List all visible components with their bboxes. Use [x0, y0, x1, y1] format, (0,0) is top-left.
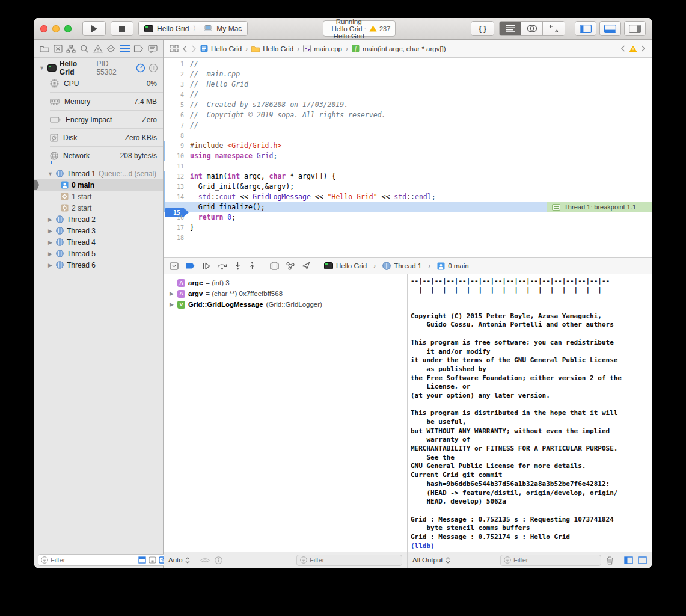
code-line[interactable]: 18 [164, 233, 652, 243]
thread-row[interactable]: ▶Thread 5 [34, 248, 163, 259]
code-line[interactable]: 8 [164, 131, 652, 141]
code-line[interactable]: 1// [164, 59, 652, 69]
stack-frame-row[interactable]: 1 start [34, 191, 163, 202]
clear-console-trash-icon[interactable] [606, 556, 614, 565]
test-navigator-icon[interactable] [106, 45, 115, 53]
line-number[interactable]: 8 [164, 131, 190, 141]
thread-row[interactable]: ▶Thread 4 [34, 236, 163, 248]
show-paused-only-toggle[interactable] [138, 556, 146, 564]
code-line[interactable]: 17} [164, 223, 652, 233]
disclosure-icon[interactable]: ▶ [47, 228, 53, 234]
view-process-by-queue-button[interactable] [149, 63, 158, 73]
console-filter-field[interactable] [500, 555, 601, 566]
stack-frame-row[interactable]: 2 start [34, 202, 163, 214]
line-number[interactable]: 7 [164, 120, 190, 131]
stack-frame-row[interactable]: 0 main [34, 179, 163, 191]
variable-row[interactable]: ▶Aargv= (char **) 0x7ffeefbff568 [164, 288, 407, 299]
lldb-prompt[interactable]: (lldb) [411, 542, 649, 551]
line-number[interactable]: 12 [164, 171, 190, 182]
code-line[interactable]: 15 Grid_finalize();Thread 1: breakpoint … [164, 202, 652, 212]
code-line[interactable]: 5// Created by s1786208 on 17/03/2019. [164, 100, 652, 110]
version-editor-button[interactable] [543, 22, 565, 35]
issue-warning-icon[interactable] [629, 45, 637, 52]
symbol-navigator-icon[interactable] [66, 45, 76, 53]
source-editor[interactable]: 1//2// main.cpp3// Hello Grid4//5// Crea… [164, 58, 652, 257]
console-scope-popup[interactable]: All Output [412, 556, 450, 564]
line-number[interactable]: 1 [164, 59, 190, 69]
breadcrumb-file[interactable]: main.cpp [303, 45, 342, 52]
line-number[interactable]: 3 [164, 79, 190, 90]
line-number[interactable]: 14 [164, 192, 190, 202]
thread-row[interactable]: ▶Thread 2 [34, 214, 163, 225]
warning-badge[interactable]: 237 [369, 25, 390, 32]
gauge-row-battery[interactable]: Energy ImpactZero [34, 111, 163, 128]
code-line[interactable]: 9#include <Grid/Grid.h> [164, 141, 652, 151]
thread-row[interactable]: ▶Thread 6 [34, 259, 163, 271]
disclosure-icon[interactable]: ▶ [169, 301, 174, 307]
close-window-button[interactable] [40, 25, 47, 32]
minimize-window-button[interactable] [52, 25, 60, 32]
disclosure-open-icon[interactable]: ▼ [39, 65, 44, 71]
code-line[interactable]: 13 Grid_init(&argc,&argv); [164, 182, 652, 192]
source-control-navigator-icon[interactable] [54, 45, 63, 53]
toggle-debug-area-button[interactable] [599, 21, 621, 36]
variables-scope-popup[interactable]: Auto [168, 556, 190, 564]
line-number[interactable]: 5 [164, 100, 190, 110]
line-number[interactable]: 10 [164, 151, 190, 161]
back-button[interactable] [182, 45, 188, 52]
continue-execution-button[interactable] [202, 262, 210, 270]
code-line[interactable]: 11 [164, 161, 652, 171]
breakpoints-enabled-toggle[interactable] [185, 262, 195, 270]
code-line[interactable]: 10using namespace Grid; [164, 151, 652, 161]
quicklook-eye-icon[interactable] [200, 557, 210, 564]
simulate-location-button[interactable] [302, 262, 310, 270]
variables-filter-input[interactable] [310, 556, 399, 564]
line-number[interactable]: 16 [164, 212, 190, 223]
breadcrumb-project[interactable]: Hello Grid [200, 45, 242, 52]
step-into-button[interactable] [234, 262, 242, 270]
navigator-filter-field[interactable] [38, 554, 170, 566]
project-navigator-icon[interactable] [40, 45, 49, 53]
step-over-button[interactable] [217, 262, 227, 270]
disclosure-icon[interactable]: ▼ [47, 171, 53, 177]
run-button[interactable] [82, 21, 106, 36]
code-line[interactable]: 3// Hello Grid [164, 79, 652, 90]
line-number[interactable]: 2 [164, 69, 190, 79]
line-number[interactable]: 6 [164, 110, 190, 120]
assistant-editor-button[interactable] [521, 22, 543, 35]
next-issue-button[interactable] [641, 45, 646, 52]
variable-row[interactable]: Aargc= (int) 3 [164, 277, 407, 288]
line-number[interactable]: 17 [164, 223, 190, 233]
toggle-inspector-button[interactable] [624, 21, 646, 36]
variables-view[interactable]: Aargc= (int) 3▶Aargv= (char **) 0x7ffeef… [164, 274, 408, 552]
breadcrumb-symbol[interactable]: f main(int argc, char * argv[]) [352, 45, 446, 52]
gauge-row-network[interactable]: Network208 bytes/s [34, 147, 163, 164]
related-items-icon[interactable] [170, 45, 179, 52]
gauge-row-cpu[interactable]: CPU0% [34, 75, 163, 92]
disclosure-icon[interactable]: ▶ [47, 251, 53, 257]
process-row[interactable]: ▼ Hello Grid PID 55302 [34, 61, 163, 75]
step-out-button[interactable] [248, 262, 256, 270]
gauge-row-disk[interactable]: DiskZero KB/s [34, 129, 163, 146]
profile-in-instruments-button[interactable] [136, 63, 145, 73]
stop-button[interactable] [111, 21, 133, 36]
disclosure-icon[interactable]: ▶ [47, 217, 53, 223]
standard-editor-button[interactable] [500, 22, 521, 35]
previous-issue-button[interactable] [620, 45, 625, 52]
debug-breadcrumb-thread[interactable]: Thread 1 [382, 262, 421, 270]
console-output[interactable]: --|--|--|--|--|--|--|--|--|--|--|--|--|-… [408, 274, 652, 552]
console-filter-input[interactable] [513, 556, 598, 564]
code-line[interactable]: 4// [164, 90, 652, 100]
line-number[interactable]: 4 [164, 90, 190, 100]
debug-breadcrumb-process[interactable]: Hello Grid [324, 262, 367, 270]
debug-view-hierarchy-button[interactable] [270, 262, 279, 270]
navigator-filter-input[interactable] [51, 556, 136, 564]
issue-navigator-icon[interactable] [93, 45, 103, 53]
code-line[interactable]: 6// Copyright © 2019 sopa. All rights re… [164, 110, 652, 120]
scheme-selector[interactable]: Hello Grid 〉 My Mac [138, 21, 248, 36]
toggle-navigator-button[interactable] [575, 21, 596, 36]
disclosure-icon[interactable]: ▶ [169, 291, 174, 297]
line-number[interactable]: 13 [164, 182, 190, 192]
line-number[interactable]: 18 [164, 233, 190, 243]
code-line[interactable]: 12int main(int argc, char * argv[]) { [164, 171, 652, 182]
